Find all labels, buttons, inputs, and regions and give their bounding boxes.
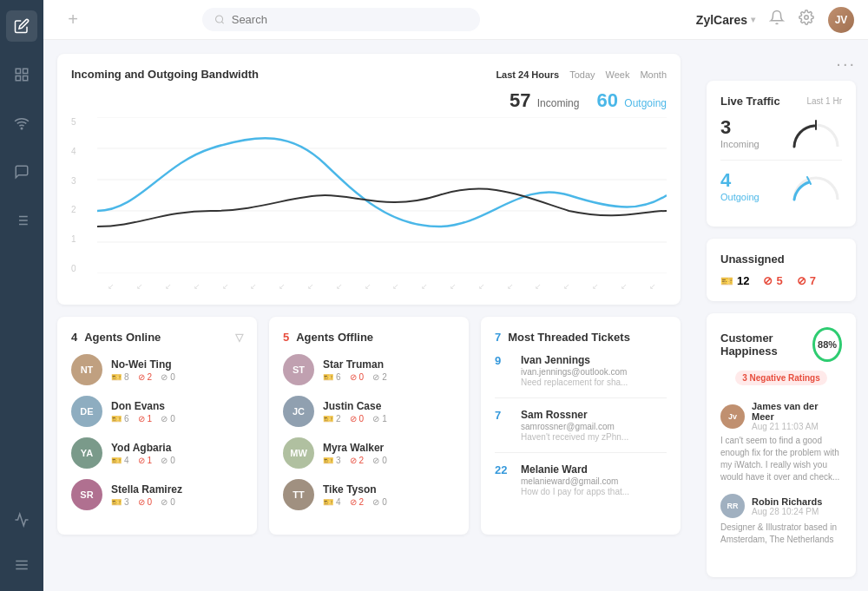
settings-icon[interactable] xyxy=(799,10,814,30)
agents-online-title: 4 Agents Online ▽ xyxy=(71,331,243,344)
ticket-item: 22 Melanie Ward melanieward@gmail.com Ho… xyxy=(495,463,667,507)
ticket-item: 7 Sam Rossner samrossner@gmail.com Haven… xyxy=(495,409,667,453)
bandwidth-chart: 543210 xyxy=(71,117,667,291)
agent-offline-item: JC Justin Case 🎫2 ⊘0 ⊘1 xyxy=(283,396,455,427)
bandwidth-stats: 57 Incoming 60 Outgoing xyxy=(71,89,667,112)
x-axis: ↙↙↙↙↙↙↙↙↙↙↙↙↙↙↙↙↙↙↙↙ xyxy=(97,282,667,291)
warn-icon2: ⊘ xyxy=(797,274,806,287)
agent-item: SR Stella Ramirez 🎫3 ⊘0 ⊘0 xyxy=(71,479,243,510)
warn-stat-icon: ⊘ xyxy=(138,497,145,507)
topbar-plus[interactable]: + xyxy=(57,4,89,36)
content-area: Incoming and Outgoing Bandwidth Last 24 … xyxy=(43,40,868,591)
more-button[interactable]: ··· xyxy=(836,54,856,74)
svg-rect-2 xyxy=(16,76,20,81)
customer-happiness-card: Customer Happiness 88% 3 Negative Rating… xyxy=(707,313,856,577)
ok-stat-icon: ⊘ xyxy=(161,414,168,424)
bandwidth-title: Incoming and Outgoing Bandwidth xyxy=(71,68,259,81)
time-filters: Last 24 Hours Today Week Month xyxy=(496,69,667,80)
tickets-list: 9 Ivan Jennings ivan.jennings@outlook.co… xyxy=(495,354,667,507)
sidebar-icon-chat[interactable] xyxy=(6,156,37,187)
y-axis: 543210 xyxy=(71,117,76,273)
sidebar-icon-settings[interactable] xyxy=(6,549,37,581)
warn-stat-icon: ⊘ xyxy=(138,372,145,382)
right-panel: ··· Live Traffic Last 1 Hr 3 Incoming xyxy=(694,40,868,591)
left-panel: Incoming and Outgoing Bandwidth Last 24 … xyxy=(43,40,694,591)
ticket-stat-icon: 🎫 xyxy=(111,372,122,382)
agents-offline-card: 5 Agents Offline ST Star Truman 🎫6 ⊘0 ⊘2… xyxy=(269,317,469,535)
incoming-traffic: 3 Incoming xyxy=(720,116,842,149)
topbar: + ZylCares ▾ JV xyxy=(43,0,868,40)
ok-stat-icon: ⊘ xyxy=(161,456,168,465)
filter-24h[interactable]: Last 24 Hours xyxy=(496,69,559,80)
warn-stat-icon: ⊘ xyxy=(138,414,145,424)
bandwidth-header: Incoming and Outgoing Bandwidth Last 24 … xyxy=(71,68,667,81)
sidebar-icon-grid[interactable] xyxy=(6,59,37,90)
topbar-right: ZylCares ▾ JV xyxy=(696,7,854,33)
sidebar xyxy=(0,0,43,591)
warn-icon: ⊘ xyxy=(763,274,773,287)
main-content: + ZylCares ▾ JV Incoming xyxy=(43,0,868,591)
outgoing-stat: 60 Outgoing xyxy=(596,89,667,112)
ticket-stat-icon: 🎫 xyxy=(111,414,122,424)
unassigned-count3: ⊘ 7 xyxy=(797,274,816,287)
unassigned-stats: 🎫 12 ⊘ 5 ⊘ 7 xyxy=(720,274,842,287)
user-avatar[interactable]: JV xyxy=(828,7,854,33)
negative-badge: 3 Negative Ratings xyxy=(735,371,826,385)
ok-stat-icon: ⊘ xyxy=(161,497,168,507)
search-icon xyxy=(214,14,225,25)
sidebar-icon-reports[interactable] xyxy=(6,504,37,535)
brand-label[interactable]: ZylCares ▾ xyxy=(696,13,755,27)
svg-point-14 xyxy=(215,16,222,23)
chart-svg xyxy=(97,117,667,273)
ok-stat-icon: ⊘ xyxy=(161,372,168,382)
bottom-grid: 4 Agents Online ▽ NT No-Wei Ting 🎫8 ⊘2 ⊘… xyxy=(57,317,681,535)
notification-icon[interactable] xyxy=(769,10,785,30)
svg-rect-1 xyxy=(23,69,28,73)
outgoing-gauge xyxy=(790,170,842,201)
svg-point-16 xyxy=(805,16,809,20)
agent-item: DE Don Evans 🎫6 ⊘1 ⊘0 xyxy=(71,396,243,427)
agent-offline-item: MW Myra Walker 🎫3 ⊘2 ⊘0 xyxy=(283,437,455,469)
agent-item: NT No-Wei Ting 🎫8 ⊘2 ⊘0 xyxy=(71,354,243,385)
bandwidth-card: Incoming and Outgoing Bandwidth Last 24 … xyxy=(57,54,681,305)
outgoing-traffic: 4 Outgoing xyxy=(720,169,842,202)
search-input[interactable] xyxy=(232,13,468,26)
agents-offline-list: ST Star Truman 🎫6 ⊘0 ⊘2 JC Justin Case 🎫… xyxy=(283,354,455,510)
live-traffic-card: Live Traffic Last 1 Hr 3 Incoming xyxy=(707,81,856,227)
ticket-icon: 🎫 xyxy=(720,275,733,287)
agent-item: YA Yod Agbaria 🎫4 ⊘1 ⊘0 xyxy=(71,437,243,469)
agents-offline-title: 5 Agents Offline xyxy=(283,331,455,344)
incoming-stat: 57 Incoming xyxy=(510,89,580,112)
agents-online-list: NT No-Wei Ting 🎫8 ⊘2 ⊘0 DE Don Evans 🎫6 … xyxy=(71,354,243,510)
filter-today[interactable]: Today xyxy=(569,69,595,80)
svg-line-15 xyxy=(221,22,223,23)
unassigned-count1: 🎫 12 xyxy=(720,274,749,287)
agent-offline-item: TT Tike Tyson 🎫4 ⊘2 ⊘0 xyxy=(283,479,455,510)
sidebar-icon-broadcast[interactable] xyxy=(6,108,37,139)
ticket-item: 9 Ivan Jennings ivan.jennings@outlook.co… xyxy=(495,354,667,398)
unassigned-title: Unassigned xyxy=(720,253,842,266)
happiness-badge: 88% xyxy=(812,327,842,362)
ticket-stat-icon: 🎫 xyxy=(111,456,122,465)
tickets-card: 7 Most Threaded Tickets 9 Ivan Jennings … xyxy=(481,317,681,535)
unassigned-card: Unassigned 🎫 12 ⊘ 5 ⊘ 7 xyxy=(707,239,856,301)
happiness-title: Customer Happiness xyxy=(720,332,812,358)
ticket-stat-icon: 🎫 xyxy=(111,497,122,507)
filter-week[interactable]: Week xyxy=(606,69,630,80)
live-traffic-time: Last 1 Hr xyxy=(806,96,842,106)
reviews-list: Jv James van der Meer Aug 21 11:03 AM I … xyxy=(720,401,842,546)
sidebar-icon-list[interactable] xyxy=(6,205,37,236)
agent-offline-item: ST Star Truman 🎫6 ⊘0 ⊘2 xyxy=(283,354,455,385)
svg-rect-3 xyxy=(23,76,28,81)
review-item: Jv James van der Meer Aug 21 11:03 AM I … xyxy=(720,401,842,483)
filter-month[interactable]: Month xyxy=(640,69,667,80)
svg-point-4 xyxy=(21,128,23,129)
sidebar-icon-edit[interactable] xyxy=(6,10,37,42)
review-item: RR Robin Richards Aug 28 10:24 PM Design… xyxy=(720,494,842,546)
agents-online-card: 4 Agents Online ▽ NT No-Wei Ting 🎫8 ⊘2 ⊘… xyxy=(57,317,257,535)
happiness-header: Customer Happiness 88% xyxy=(720,327,842,362)
incoming-gauge xyxy=(790,117,842,148)
warn-stat-icon: ⊘ xyxy=(138,456,145,465)
filter-icon[interactable]: ▽ xyxy=(235,332,243,344)
svg-rect-0 xyxy=(16,69,20,73)
